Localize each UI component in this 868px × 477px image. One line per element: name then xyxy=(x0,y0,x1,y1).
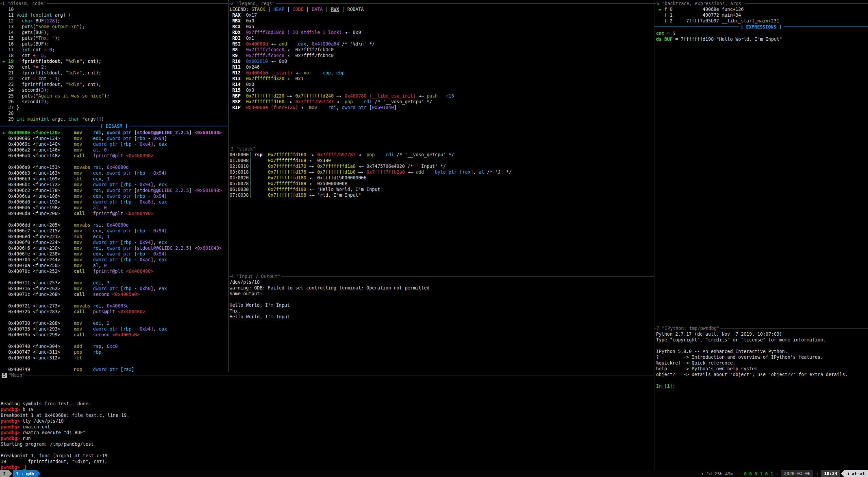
text-segment: cnt xyxy=(36,76,49,81)
text-segment xyxy=(263,152,268,157)
text-segment: 0x1 xyxy=(246,36,254,41)
text-segment: 2 xyxy=(41,99,44,104)
text-segment: <0x400490> xyxy=(126,269,153,274)
text-segment: Hello World, I'm Input xyxy=(230,314,290,319)
text-segment: ebp xyxy=(323,70,331,75)
text-segment: mov xyxy=(74,251,93,257)
text-segment: 10 xyxy=(0,7,16,12)
text-segment: [ xyxy=(131,171,137,176)
window-caret-icon: › xyxy=(21,471,24,476)
pane-backtrace-expressions[interactable]: 6"backtrace, expressions, args" ► f 0 40… xyxy=(654,0,868,325)
text-segment: ecx xyxy=(93,171,101,176)
terminal-line: R10 0x602010 ◂— 0x0 xyxy=(230,58,454,64)
text-segment: 0x0 xyxy=(246,18,254,23)
powerline-arrow-icon xyxy=(37,470,40,477)
text-segment: int xyxy=(41,117,49,122)
pane-stack[interactable]: 3"stack" 00:0000│ rsp 0x7fffffffd160 —▸ … xyxy=(229,146,654,273)
terminal-line: RDX 0x7ffff7dd18c0 (_IO_stdfile_1_lock) … xyxy=(230,30,454,35)
window-index: 1 xyxy=(16,471,19,476)
text-segment: | xyxy=(323,7,331,12)
text-segment: pwndbg> xyxy=(1,436,23,441)
text-segment: ► 19 xyxy=(0,59,22,64)
text-segment: puts@plt xyxy=(93,309,115,314)
text-segment: 128 xyxy=(47,18,55,23)
pane-title-text: "Main" xyxy=(8,373,25,378)
text-segment: 0x40083c xyxy=(107,303,129,308)
text-segment: 25 puts( xyxy=(0,93,36,99)
text-segment: 0x4006c2 <func+178> xyxy=(0,188,74,193)
text-segment: ret xyxy=(74,355,93,360)
text-segment: %quickref -> Quick reference. xyxy=(656,360,736,366)
terminal-line xyxy=(0,315,222,320)
text-segment: movabs xyxy=(74,303,93,308)
text-segment: 01:0008 xyxy=(230,158,249,163)
text-segment: 0x7fffffffd160 xyxy=(246,99,284,104)
terminal-line: Reading symbols from test...done. xyxy=(1,401,129,407)
text-segment: , xyxy=(101,130,107,135)
text-segment: func xyxy=(30,13,41,18)
text-segment: tty /dev/pts/10 xyxy=(23,419,64,424)
pane-ipython[interactable]: 7"IPython: tmp/pwndbg" Python 2.7.17 (de… xyxy=(654,325,868,470)
terminal-line: 0x4006a2 <func+146> mov al, 0 xyxy=(0,147,222,153)
uptime-value: 1d 23h 49m xyxy=(706,471,733,476)
pane-legend-regs[interactable]: 2"legend, regs" LEGEND: STACK | HEAP | C… xyxy=(229,0,654,146)
text-segment: IPython 5.8.0 -- An enhanced Interactive… xyxy=(656,349,788,354)
pane-disasm-code[interactable]: 1"disasm, code" 10 11 void func(int arg)… xyxy=(0,0,228,372)
pane-title-text: "Input / Output" xyxy=(236,274,280,279)
pane-border-vertical-left[interactable] xyxy=(228,0,229,372)
text-segment: 0x4006a9 <func+153> xyxy=(0,165,74,170)
text-segment xyxy=(353,99,364,104)
pane-input-output[interactable]: 4"Input / Output" /dev/pts/10warning: GD… xyxy=(229,273,654,372)
terminal-line: 0x4006a4 <func+148> call fprintf@plt <0x… xyxy=(0,153,222,159)
text-segment: rdi xyxy=(93,130,101,135)
terminal-line: cnt = 5 xyxy=(656,31,782,36)
text-segment: [ xyxy=(131,246,137,251)
terminal-line: Hello World, I'm Input xyxy=(230,314,430,320)
text-segment: , xyxy=(98,147,104,153)
text-segment: rbp xyxy=(137,136,145,141)
pane-title-input-output: 4"Input / Output" xyxy=(229,273,654,279)
text-segment: 0x4006a4 <func+148> xyxy=(0,153,74,158)
text-segment: 0x4006b3 <func+163> xyxy=(0,171,74,176)
text-segment xyxy=(123,153,126,158)
text-segment: | xyxy=(304,7,312,12)
text-segment: fprintf@plt xyxy=(93,211,123,216)
text-segment: ); xyxy=(79,24,85,29)
terminal-line: 0x4006dd <func+205> movabs rsi, 0x40080d xyxy=(0,222,222,228)
text-segment: [ xyxy=(131,228,137,233)
status-window-gdb[interactable]: 1 › gdb xyxy=(13,470,37,477)
text-segment: 0x7fffffffd180 xyxy=(268,175,306,180)
gdb-console[interactable]: Reading symbols from test...done.pwndbg>… xyxy=(1,401,129,470)
text-segment: [ xyxy=(131,251,137,257)
status-session-badge[interactable]: 2 xyxy=(0,470,9,477)
text-segment: RSP xyxy=(230,99,246,104)
terminal-line: 0x400711 <func+257> mov edi, 3 xyxy=(0,280,222,286)
text-segment: <0x601040> xyxy=(194,130,222,135)
terminal-line: 0x4006bc <func+172> mov dword ptr [rbp -… xyxy=(0,182,222,188)
registers-list: LEGEND: STACK | HEAP | CODE | DATA | RWX… xyxy=(230,6,454,110)
terminal-line: 03:0018│ 0x7fffffffd178 —▸ 0x7fffffffd1b… xyxy=(230,169,511,175)
pane-title-main: 5"Main" xyxy=(0,372,654,378)
terminal-line: 0x40070a <func+250> mov al, 0 xyxy=(0,263,222,268)
status-date: 2020-03-06 xyxy=(781,470,813,477)
terminal-line xyxy=(0,338,222,343)
text-segment: <0x4005a0> xyxy=(112,292,140,297)
uptime-indicator: ↑ 1d 23h 49m xyxy=(701,471,733,476)
pane-main-gdb[interactable]: 5"Main" Reading symbols from test...done… xyxy=(0,372,654,470)
text-segment: 0x4006a2 <func+146> xyxy=(0,147,74,153)
text-segment: mov xyxy=(74,240,93,245)
text-segment: eax xyxy=(159,286,167,291)
ipython-output[interactable]: Python 2.7.17 (default, Nov 7 2019, 10:0… xyxy=(656,331,848,389)
text-segment xyxy=(28,13,30,18)
terminal-line xyxy=(656,377,848,383)
terminal-line: 15 puts("Thx. "); xyxy=(0,35,109,41)
text-segment: sub xyxy=(74,234,93,239)
text-segment: │ xyxy=(249,170,268,175)
pane-border-vertical-right[interactable] xyxy=(654,0,654,470)
terminal-line: R12 0x4004b0 (_start) ◂— xor ebp, ebp xyxy=(230,70,454,76)
text-segment: 24 second( xyxy=(0,88,41,93)
text-segment: │ xyxy=(249,187,268,192)
text-segment: pwndbg> xyxy=(1,407,23,412)
text-segment xyxy=(438,93,446,99)
terminal-line: 0x400748 <func+312> ret xyxy=(0,355,222,361)
